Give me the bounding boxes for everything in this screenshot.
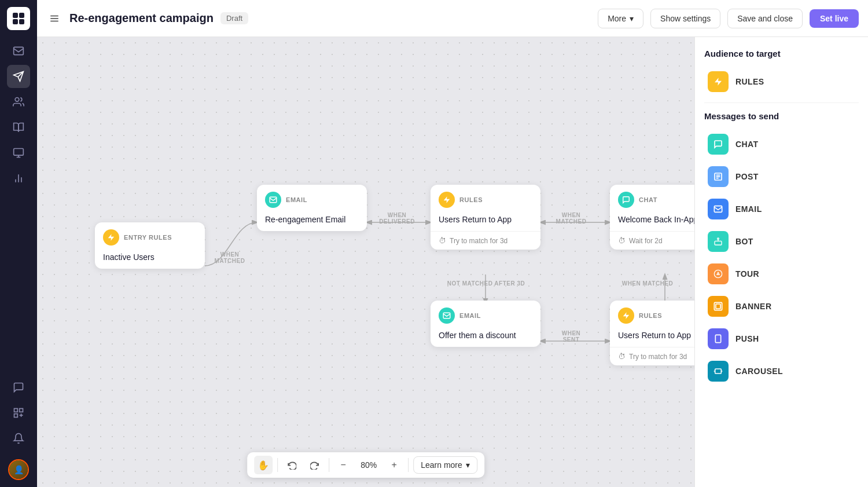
user-avatar[interactable]: 👤 [8,459,29,480]
zoom-in-button[interactable]: + [385,456,403,474]
svg-rect-32 [715,241,722,245]
svg-marker-21 [108,234,115,241]
dropdown-icon: ▾ [630,14,634,23]
tour-panel-label: TOUR [735,269,759,279]
svg-rect-41 [715,335,720,342]
rules-audience-icon [708,71,729,92]
svg-rect-11 [20,409,23,412]
push-panel-label: PUSH [735,334,759,343]
chat-footer: ⏱ Wait for 2d [610,231,694,250]
sidebar-item-mail[interactable] [7,39,30,63]
entry-content: Inactive Users [95,250,205,269]
connector-when-sent: WHENSENT [545,330,597,343]
more-button[interactable]: More ▾ [598,9,643,28]
panel-item-post[interactable]: POST [704,162,859,192]
rules-node-2[interactable]: RULES Users Return to App ⏱ Try to match… [610,301,694,365]
rules-node-1[interactable]: RULES Users Return to App ⏱ Try to match… [431,185,540,250]
redo-button[interactable] [306,456,324,474]
carousel-panel-icon [708,361,729,382]
post-panel-icon [708,166,729,187]
bot-panel-icon [708,231,729,252]
svg-rect-3 [19,19,24,24]
connector-when-delivered: WHENDELIVERED [371,212,423,225]
panel-item-bot[interactable]: BOT [704,226,859,257]
svg-rect-10 [14,409,18,412]
canvas-toolbar: ✋ − 80% + Learn more ▾ [247,452,484,478]
email-node-2[interactable]: EMAIL Offer them a discount [431,301,540,347]
svg-rect-1 [19,13,24,18]
chat-panel-icon [708,134,729,155]
sidebar: 👤 [0,0,37,487]
connector-not-matched: NOT MATCHED AFTER 3D [434,280,538,287]
rules1-content: Users Return to App [431,213,540,231]
panel-item-carousel[interactable]: CAROUSEL [704,356,859,386]
save-close-button[interactable]: Save and close [727,9,803,28]
sidebar-item-campaigns[interactable] [7,65,30,88]
svg-marker-38 [717,272,719,274]
panel-item-rules-audience[interactable]: RULES [704,67,859,97]
sidebar-item-inbox[interactable] [7,141,30,164]
email-node-1[interactable]: EMAIL Re-engagement Email [257,185,367,231]
panel-item-chat[interactable]: CHAT [704,129,859,159]
sidebar-item-knowledge[interactable] [7,116,30,139]
chat-type-label: CHAT [639,196,657,203]
sidebar-item-analytics[interactable] [7,167,30,190]
canvas-area: ENTRY RULES Inactive Users WHENMATCHED E… [37,37,868,487]
svg-rect-0 [13,13,18,18]
email1-icon [265,192,281,208]
toolbar-divider-2 [329,458,329,472]
email1-type-label: EMAIL [286,196,307,203]
push-panel-icon [708,328,729,349]
app-logo[interactable] [7,7,30,30]
undo-button[interactable] [282,456,301,474]
sidebar-item-notifications[interactable] [7,427,30,450]
svg-rect-2 [13,19,18,24]
entry-rules-icon [103,229,119,246]
sidebar-item-users[interactable] [7,90,30,113]
menu-icon[interactable] [46,10,62,27]
toolbar-divider-3 [408,458,409,472]
chat-node[interactable]: CHAT Welcome Back In-App ⏱ Wait for 2d [610,185,694,250]
right-panel: Audience to target RULES Messages to sen… [694,37,868,487]
sidebar-item-messages[interactable] [7,376,30,399]
svg-point-5 [15,98,19,102]
svg-rect-43 [715,369,722,374]
tour-panel-icon [708,263,729,284]
entry-type-label: ENTRY RULES [124,234,172,241]
set-live-button[interactable]: Set live [810,9,859,28]
entry-rules-node[interactable]: ENTRY RULES Inactive Users [95,222,205,269]
email-panel-label: EMAIL [735,204,762,214]
post-panel-label: POST [735,172,759,181]
rules2-content: Users Return to App [610,328,694,347]
audience-section-title: Audience to target [704,49,859,58]
sidebar-item-addons[interactable] [7,401,30,424]
chat-content: Welcome Back In-App [610,213,694,231]
panel-item-email[interactable]: EMAIL [704,194,859,224]
show-settings-button[interactable]: Show settings [650,9,720,28]
connector-when-matched-1: WHENMATCHED [209,251,250,264]
flow-canvas[interactable]: ENTRY RULES Inactive Users WHENMATCHED E… [37,37,694,487]
email1-content: Re-engagement Email [257,213,367,231]
carousel-panel-label: CAROUSEL [735,367,783,376]
panel-item-tour[interactable]: TOUR [704,259,859,289]
panel-separator [704,102,859,103]
learn-more-button[interactable]: Learn more ▾ [413,456,477,474]
topbar: Re-engagement campaign Draft More ▾ Show… [37,0,868,37]
draft-badge: Draft [220,12,248,24]
svg-rect-12 [14,414,18,418]
messages-section-title: Messages to send [704,111,859,121]
svg-marker-25 [623,312,630,319]
zoom-out-button[interactable]: − [334,456,352,474]
email2-content: Offer them a discount [431,328,540,347]
svg-rect-6 [14,149,24,156]
connector-when-matched-2: WHENMATCHED [545,212,597,225]
banner-panel-icon [708,296,729,317]
rules1-footer: ⏱ Try to match for 3d [431,231,540,250]
hand-tool-button[interactable]: ✋ [254,456,273,474]
banner-panel-label: BANNER [735,302,771,311]
panel-item-banner[interactable]: BANNER [704,291,859,321]
panel-item-push[interactable]: PUSH [704,324,859,354]
rules-audience-label: RULES [735,77,764,86]
rules1-icon [439,192,455,208]
svg-rect-40 [716,304,720,309]
